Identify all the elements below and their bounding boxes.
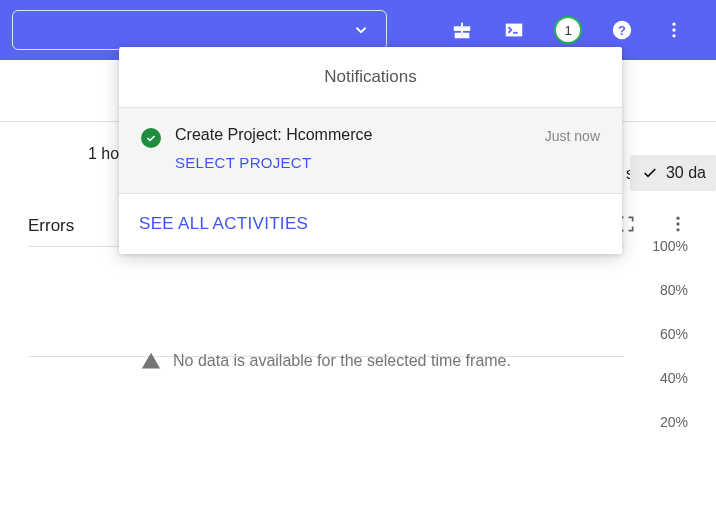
svg-rect-4	[461, 23, 463, 39]
y-axis-label: 20%	[660, 414, 688, 430]
topbar-actions: 1 ?	[450, 16, 704, 44]
popover-title: Notifications	[119, 47, 622, 108]
svg-point-10	[676, 217, 679, 220]
svg-point-12	[676, 228, 679, 231]
no-data-text: No data is available for the selected ti…	[173, 352, 511, 370]
gift-icon[interactable]	[450, 18, 474, 42]
errors-chart: 100% 80% 60% 40% 20% No data is availabl…	[28, 246, 688, 466]
svg-point-7	[672, 23, 675, 26]
notification-title: Create Project: Hcommerce	[175, 126, 531, 144]
y-axis-label: 80%	[660, 282, 688, 298]
see-all-activities-link[interactable]: SEE ALL ACTIVITIES	[139, 214, 308, 233]
panel-more-icon[interactable]	[668, 214, 688, 238]
project-selector[interactable]	[12, 10, 387, 50]
svg-point-8	[672, 28, 675, 31]
time-range-selected-label: 30 da	[666, 164, 706, 182]
svg-rect-2	[455, 33, 461, 39]
y-axis-label: 100%	[652, 238, 688, 254]
svg-rect-0	[454, 26, 461, 31]
errors-panel-title: Errors	[28, 216, 74, 236]
time-range-selected[interactable]: 30 da	[630, 155, 716, 191]
svg-rect-3	[463, 33, 469, 39]
y-axis-label: 40%	[660, 370, 688, 386]
svg-point-11	[676, 222, 679, 225]
notification-time: Just now	[545, 128, 600, 171]
y-axis-label: 60%	[660, 326, 688, 342]
success-check-icon	[141, 128, 161, 148]
check-icon	[642, 165, 658, 181]
no-data-message: No data is available for the selected ti…	[28, 351, 624, 371]
notifications-popover: Notifications Create Project: Hcommerce …	[119, 47, 622, 254]
notification-item[interactable]: Create Project: Hcommerce SELECT PROJECT…	[119, 108, 622, 194]
help-icon[interactable]: ?	[610, 18, 634, 42]
svg-rect-1	[463, 26, 470, 31]
svg-point-9	[672, 34, 675, 37]
chevron-down-icon	[352, 21, 370, 39]
svg-text:?: ?	[618, 23, 626, 38]
notifications-badge[interactable]: 1	[554, 16, 582, 44]
warning-icon	[141, 351, 161, 371]
cloud-shell-icon[interactable]	[502, 18, 526, 42]
more-vert-icon[interactable]	[662, 18, 686, 42]
select-project-link[interactable]: SELECT PROJECT	[175, 154, 531, 171]
